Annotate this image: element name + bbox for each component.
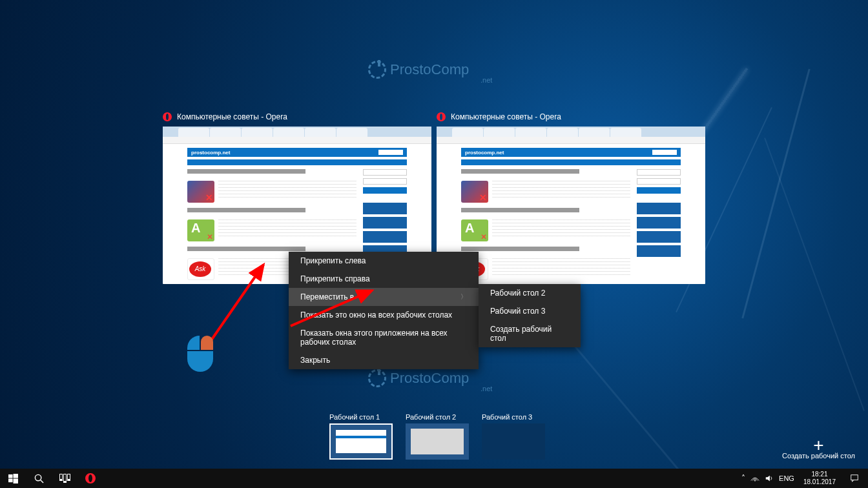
context-menu: Прикрепить слева Прикрепить справа Перем… — [289, 252, 479, 369]
thumbnail-title-row: Компьютерные советы - Opera — [163, 112, 287, 121]
svg-marker-10 — [766, 476, 770, 482]
taskbar-app-opera[interactable] — [78, 469, 103, 488]
windows-icon — [8, 474, 18, 483]
svg-line-8 — [40, 480, 43, 482]
menu-show-all-desktops[interactable]: Показать это окно на всех рабочих столах — [289, 306, 479, 324]
new-desktop-label: Создать рабочий стол — [782, 452, 855, 460]
desktop-thumbnail-3[interactable]: Рабочий стол 3 — [482, 413, 545, 460]
desktop-label: Рабочий стол 1 — [329, 413, 393, 421]
thumbnail-title-row: Компьютерные советы - Opera — [437, 112, 561, 121]
mouse-right-click-icon — [187, 336, 213, 372]
opera-icon — [85, 473, 96, 483]
menu-label: Прикрепить слева — [300, 256, 366, 265]
menu-label: Закрыть — [300, 356, 330, 365]
desktop-label: Рабочий стол 3 — [482, 413, 545, 421]
menu-label: Показать окна этого приложения на всех р… — [300, 329, 467, 347]
submenu-desktop-3[interactable]: Рабочий стол 3 — [479, 302, 581, 320]
watermark-sub: .net — [480, 76, 492, 84]
svg-point-7 — [35, 474, 41, 480]
tray-chevron-up-icon[interactable]: ˄ — [741, 474, 745, 483]
svg-point-9 — [754, 480, 756, 481]
svg-rect-11 — [851, 475, 858, 480]
watermark-top: ProstoComp .net — [368, 61, 469, 79]
chevron-right-icon: 〉 — [460, 292, 467, 301]
virtual-desktops-strip: Рабочий стол 1 Рабочий стол 2 Рабочий ст… — [0, 413, 868, 460]
clock-time: 18:21 — [803, 471, 836, 478]
language-indicator[interactable]: ENG — [779, 474, 794, 482]
context-submenu: Рабочий стол 2 Рабочий стол 3 Создать ра… — [479, 284, 581, 347]
new-desktop-button[interactable]: + Создать рабочий стол — [782, 439, 855, 460]
wallpaper-beam — [764, 137, 865, 411]
svg-rect-3 — [8, 474, 13, 478]
watermark-icon — [368, 369, 386, 387]
svg-rect-4 — [13, 474, 18, 478]
search-icon — [34, 474, 44, 483]
volume-icon[interactable] — [765, 474, 774, 483]
start-button[interactable] — [0, 469, 26, 488]
menu-label: Показать это окно на всех рабочих столах — [300, 310, 452, 320]
task-view-icon — [59, 474, 70, 483]
menu-label: Создать рабочий стол — [490, 325, 569, 343]
opera-icon — [163, 112, 172, 121]
menu-label: Прикрепить справа — [300, 274, 370, 283]
clock-date: 18.01.2017 — [803, 478, 836, 486]
thumbnail-title: Компьютерные советы - Opera — [451, 112, 561, 121]
menu-snap-right[interactable]: Прикрепить справа — [289, 270, 479, 288]
network-icon[interactable] — [750, 474, 760, 483]
action-center-button[interactable] — [845, 474, 864, 483]
site-logo: prostocomp.net — [191, 150, 230, 156]
watermark-icon — [368, 61, 386, 79]
desktop-label: Рабочий стол 2 — [406, 413, 469, 421]
thumbnail-title: Компьютерные советы - Opera — [177, 112, 287, 121]
opera-icon — [437, 112, 446, 121]
wallpaper-beam — [741, 68, 810, 318]
watermark-text: ProstoComp — [390, 370, 469, 387]
desktop-thumbnail-2[interactable]: Рабочий стол 2 — [406, 413, 469, 460]
svg-rect-6 — [13, 478, 18, 483]
desktop-thumbnail-1[interactable]: Рабочий стол 1 — [329, 413, 393, 460]
menu-label: Рабочий стол 2 — [490, 289, 545, 298]
watermark-sub: .net — [480, 385, 492, 392]
menu-show-app-all-desktops[interactable]: Показать окна этого приложения на всех р… — [289, 324, 479, 351]
task-view-button[interactable] — [52, 469, 78, 488]
taskbar: ˄ ENG 18:21 18.01.2017 — [0, 469, 868, 488]
system-tray: ˄ ENG 18:21 18.01.2017 — [738, 469, 868, 488]
svg-rect-5 — [8, 478, 13, 482]
menu-label: Переместить в — [300, 292, 354, 301]
watermark-bottom: ProstoComp .net — [368, 369, 469, 387]
menu-label: Рабочий стол 3 — [490, 307, 545, 316]
clock[interactable]: 18:21 18.01.2017 — [800, 471, 840, 486]
watermark-text: ProstoComp — [390, 61, 469, 78]
submenu-desktop-2[interactable]: Рабочий стол 2 — [479, 284, 581, 302]
menu-snap-left[interactable]: Прикрепить слева — [289, 252, 479, 270]
site-logo: prostocomp.net — [465, 150, 504, 156]
search-button[interactable] — [26, 469, 52, 488]
menu-close[interactable]: Закрыть — [289, 351, 479, 369]
menu-move-to[interactable]: Переместить в〉 — [289, 288, 479, 306]
submenu-new-desktop[interactable]: Создать рабочий стол — [479, 320, 581, 347]
notification-icon — [850, 474, 859, 483]
plus-icon: + — [782, 439, 855, 452]
